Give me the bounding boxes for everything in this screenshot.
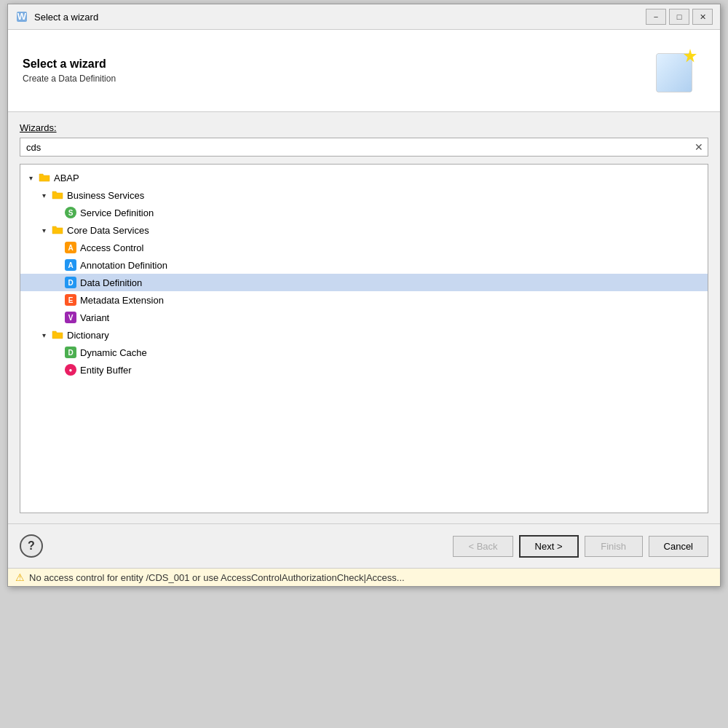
- tree-label-entity-buffer: Entity Buffer: [80, 365, 132, 376]
- search-clear-button[interactable]: ✕: [690, 138, 708, 156]
- icon-dynamic-cache: D: [64, 346, 77, 359]
- finish-button[interactable]: Finish: [585, 536, 643, 557]
- header-section: Select a wizard Create a Data Definition: [8, 30, 720, 112]
- svg-rect-3: [657, 54, 692, 92]
- tree-label-variant: Variant: [80, 312, 109, 323]
- wizards-label: Wizards:: [20, 122, 708, 133]
- tree-item-variant[interactable]: V Variant: [20, 309, 708, 326]
- icon-entity-buffer: ●: [64, 363, 77, 376]
- dialog-window: W Select a wizard − □ ✕ Select a wizard …: [7, 4, 721, 587]
- tree-item-business-services[interactable]: ▾ Business Services: [20, 186, 708, 204]
- wizard-graphic: [651, 45, 702, 96]
- icon-annotation-definition: A: [64, 258, 77, 272]
- tree-label-annotation-definition: Annotation Definition: [80, 260, 167, 271]
- tree-item-abap[interactable]: ▾ ABAP: [20, 169, 708, 186]
- toggle-dynamic-cache: [51, 347, 63, 358]
- tree-label-metadata-extension: Metadata Extension: [80, 295, 164, 306]
- status-text: No access control for entity /CDS_001 or…: [29, 572, 405, 583]
- tree-item-entity-buffer[interactable]: ● Entity Buffer: [20, 361, 708, 379]
- next-button[interactable]: Next >: [519, 535, 579, 558]
- header-icon-area: [647, 41, 705, 100]
- toggle-service-definition: [51, 207, 63, 218]
- tree-item-annotation-definition[interactable]: A Annotation Definition: [20, 256, 708, 274]
- title-bar: W Select a wizard − □ ✕: [8, 4, 720, 30]
- tree-item-metadata-extension[interactable]: E Metadata Extension: [20, 291, 708, 309]
- header-text-area: Select a wizard Create a Data Definition: [23, 58, 647, 84]
- tree-item-service-definition[interactable]: S Service Definition: [20, 204, 708, 221]
- maximize-button[interactable]: □: [669, 9, 689, 25]
- tree-label-dynamic-cache: Dynamic Cache: [80, 347, 147, 358]
- warning-icon: ⚠: [15, 571, 25, 583]
- icon-data-definition: D: [64, 276, 77, 289]
- tree-item-dynamic-cache[interactable]: D Dynamic Cache: [20, 344, 708, 361]
- tree-label-business-services: Business Services: [67, 190, 144, 201]
- tree-item-core-data-services[interactable]: ▾ Core Data Services: [20, 221, 708, 239]
- close-button[interactable]: ✕: [692, 9, 713, 25]
- toggle-access-control: [51, 242, 63, 253]
- svg-text:W: W: [17, 11, 27, 22]
- toggle-dictionary[interactable]: ▾: [38, 329, 50, 341]
- tree-item-dictionary[interactable]: ▾ Dictionary: [20, 326, 708, 344]
- folder-icon-core-data-services: [51, 223, 64, 237]
- minimize-button[interactable]: −: [646, 9, 666, 25]
- toggle-data-definition: [51, 277, 63, 288]
- toggle-annotation-definition: [51, 259, 63, 271]
- toggle-business-services[interactable]: ▾: [38, 189, 50, 201]
- window-title: Select a wizard: [34, 12, 646, 23]
- icon-metadata-extension: E: [64, 293, 77, 306]
- header-subtitle: Create a Data Definition: [23, 74, 647, 84]
- folder-icon-dictionary: [51, 328, 64, 341]
- toggle-abap[interactable]: ▾: [25, 172, 36, 183]
- tree-item-data-definition[interactable]: D Data Definition: [20, 274, 708, 291]
- help-button[interactable]: ?: [20, 534, 43, 558]
- toggle-entity-buffer: [51, 364, 63, 376]
- cancel-button[interactable]: Cancel: [649, 536, 708, 557]
- toggle-variant: [51, 312, 63, 323]
- search-input[interactable]: [20, 139, 690, 156]
- tree-label-core-data-services: Core Data Services: [67, 225, 149, 236]
- window-controls: − □ ✕: [646, 9, 713, 25]
- toggle-core-data-services[interactable]: ▾: [38, 224, 50, 236]
- icon-service-definition: S: [64, 206, 77, 219]
- tree-label-service-definition: Service Definition: [80, 207, 154, 218]
- tree-item-access-control[interactable]: A Access Control: [20, 239, 708, 256]
- search-row: ✕: [20, 138, 708, 157]
- back-button[interactable]: < Back: [453, 536, 513, 557]
- tree-label-abap: ABAP: [54, 173, 79, 183]
- header-title: Select a wizard: [23, 58, 647, 71]
- toggle-metadata-extension: [51, 294, 63, 306]
- tree-label-dictionary: Dictionary: [67, 330, 109, 341]
- tree-label-data-definition: Data Definition: [80, 277, 142, 288]
- button-row: ? < Back Next > Finish Cancel: [8, 523, 720, 568]
- icon-variant: V: [64, 311, 77, 324]
- icon-access-control: A: [64, 241, 77, 254]
- folder-icon-business-services: [51, 189, 64, 202]
- folder-icon-abap: [38, 171, 51, 184]
- status-bar: ⚠ No access control for entity /CDS_001 …: [8, 568, 720, 586]
- window-icon: W: [15, 10, 28, 23]
- content-area: Wizards: ✕ ▾ ABAP ▾ Business Serv: [8, 112, 720, 523]
- tree-container: ▾ ABAP ▾ Business Services S: [20, 164, 708, 513]
- tree-label-access-control: Access Control: [80, 242, 143, 253]
